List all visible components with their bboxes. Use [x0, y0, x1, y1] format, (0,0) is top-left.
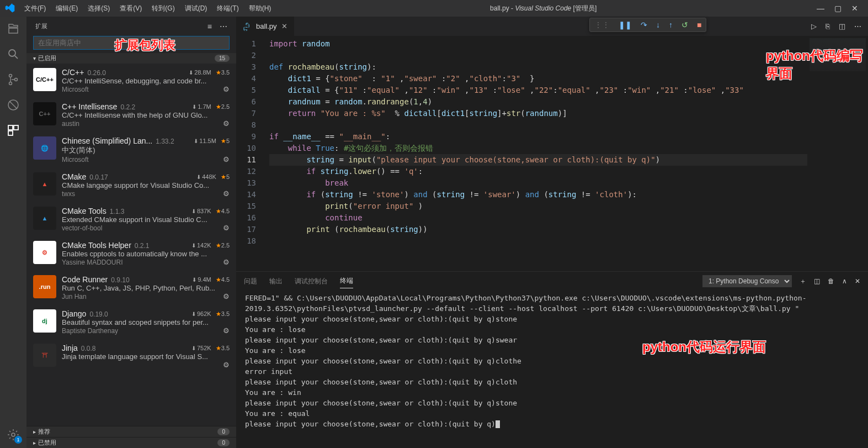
maximize-panel-button[interactable]: ∧ — [842, 277, 847, 285]
menu-item[interactable]: 终端(T) — [212, 2, 243, 15]
minimap[interactable] — [807, 36, 868, 271]
menu-bar: 文件(F)编辑(E)选择(S)查看(V)转到(G)调试(D)终端(T)帮助(H) — [20, 2, 275, 15]
extension-item[interactable]: .run Code Runner0.9.10 9.4M★4.5 Run C, C… — [26, 271, 236, 305]
menu-item[interactable]: 查看(V) — [115, 2, 146, 15]
titlebar: 文件(F)编辑(E)选择(S)查看(V)转到(G)调试(D)终端(T)帮助(H)… — [0, 0, 868, 17]
gear-icon[interactable]: ⚙ — [223, 224, 230, 232]
menu-item[interactable]: 转到(G) — [147, 2, 179, 15]
window-controls: — ▢ ✕ — [811, 4, 864, 13]
section-enabled[interactable]: ▾已启用 15 — [26, 53, 236, 64]
menu-item[interactable]: 文件(F) — [20, 2, 50, 15]
download-count: 962K — [191, 310, 211, 317]
vscode-logo — [4, 3, 15, 14]
svg-rect-6 — [14, 125, 18, 130]
rating: ★2.5 — [216, 242, 230, 249]
section-recommended[interactable]: ▸推荐 0 — [26, 426, 236, 437]
editor-more-icon[interactable]: ⋯ — [854, 22, 861, 30]
extension-icon: ⛩ — [33, 344, 56, 367]
close-button[interactable]: ✕ — [851, 4, 858, 13]
debug-stop-button[interactable]: ■ — [697, 20, 701, 29]
python-file-icon — [243, 22, 252, 31]
panel-tab[interactable]: 输出 — [269, 275, 283, 288]
extension-item[interactable]: ▲ CMake Tools1.1.3 837K★4.5 Extended CMa… — [26, 202, 236, 236]
run-icon[interactable]: ▷ — [811, 22, 817, 30]
panel-tabs: 问题输出调试控制台终端 1: Python Debug Conso ＋ ◫ 🗑 … — [236, 272, 868, 288]
filter-icon[interactable]: ≡ — [207, 22, 212, 31]
extension-publisher: Jun Han — [62, 293, 87, 301]
extensions-list: C/C++ C/C++0.26.0 28.8M★3.5 C/C++ Intell… — [26, 64, 236, 426]
menu-item[interactable]: 帮助(H) — [244, 2, 276, 15]
extension-name: C/C++0.26.0 — [62, 68, 106, 77]
rating: ★3.5 — [216, 310, 230, 318]
panel-tab[interactable]: 问题 — [244, 275, 257, 288]
split-right-icon[interactable]: ⎘ — [826, 22, 830, 30]
debug-restart-button[interactable]: ↺ — [681, 20, 688, 29]
download-count: 752K — [191, 345, 211, 351]
code-editor[interactable]: 123456789101112131415161718 import rando… — [236, 36, 868, 271]
explorer-icon[interactable] — [6, 21, 21, 36]
maximize-button[interactable]: ▢ — [834, 4, 842, 13]
extension-name: CMake Tools Helper0.2.1 — [62, 241, 150, 250]
debug-pause-button[interactable]: ❚❚ — [619, 20, 632, 29]
gear-icon[interactable]: ⚙ — [223, 119, 230, 128]
extension-description: Enables cpptools to automatically know t… — [62, 250, 230, 258]
extension-icon: C/C++ — [33, 68, 56, 91]
debug-step-over-button[interactable]: ↷ — [641, 20, 647, 29]
tab-close-icon[interactable]: ✕ — [281, 22, 287, 30]
terminal-output[interactable]: FERED=1" && C:\Users\DUODUO\AppData\Loca… — [236, 288, 868, 448]
rating: ★4.5 — [216, 276, 230, 283]
extension-name: Code Runner0.9.10 — [62, 275, 130, 284]
extension-item[interactable]: 🌐 Chinese (Simplified) Lan...1.33.2 11.5… — [26, 132, 236, 168]
code-content[interactable]: import random def rochambeau(string): di… — [264, 36, 807, 271]
close-panel-button[interactable]: ✕ — [855, 277, 860, 285]
terminal-selector[interactable]: 1: Python Debug Conso — [702, 275, 792, 287]
extension-publisher: twxs — [62, 190, 75, 198]
extension-icon: dj — [33, 309, 56, 333]
new-terminal-button[interactable]: ＋ — [800, 277, 806, 286]
gear-icon[interactable]: ⚙ — [223, 189, 230, 198]
settings-icon[interactable]: 1 — [6, 427, 21, 442]
gear-icon[interactable]: ⚙ — [223, 361, 230, 369]
split-editor-icon[interactable]: ◫ — [839, 22, 845, 30]
gear-icon[interactable]: ⚙ — [223, 292, 230, 301]
download-count: 1.7M — [192, 103, 211, 110]
extension-description: Beautiful syntax and scoped snippets for… — [62, 318, 230, 326]
panel-tab[interactable]: 终端 — [340, 274, 353, 288]
disabled-count-badge: 0 — [217, 439, 230, 446]
panel-tab[interactable]: 调试控制台 — [295, 275, 328, 288]
tab-ball-py[interactable]: ball.py ✕ — [236, 17, 294, 36]
download-count: 448K — [196, 173, 216, 180]
extension-item[interactable]: ⛩ Jinja0.0.8 752K★3.5 Jinja template lan… — [26, 339, 236, 373]
section-disabled[interactable]: ▸已禁用 0 — [26, 437, 236, 448]
minimize-button[interactable]: — — [817, 4, 824, 13]
menu-item[interactable]: 调试(D) — [180, 2, 212, 15]
debug-step-into-button[interactable]: ↓ — [656, 20, 660, 29]
extensions-search-input[interactable] — [33, 36, 230, 50]
extension-item[interactable]: ▲ CMake0.0.17 448K★5 CMake langage suppo… — [26, 168, 236, 202]
debug-grip-icon[interactable]: ⋮⋮ — [594, 20, 610, 29]
debug-icon[interactable] — [6, 97, 21, 113]
gear-icon[interactable]: ⚙ — [223, 85, 230, 93]
gear-icon[interactable]: ⚙ — [223, 326, 230, 335]
extension-description: C/C++ Intellisense with the help of GNU … — [62, 111, 230, 119]
rating: ★4.5 — [216, 208, 230, 215]
search-icon[interactable] — [6, 46, 21, 62]
svg-point-8 — [12, 433, 15, 436]
extension-item[interactable]: C/C++ C/C++0.26.0 28.8M★3.5 C/C++ Intell… — [26, 64, 236, 98]
split-terminal-button[interactable]: ◫ — [814, 277, 820, 285]
extension-description: 中文(简体) — [62, 145, 230, 155]
rating: ★2.5 — [216, 103, 230, 110]
menu-item[interactable]: 编辑(E) — [51, 2, 82, 15]
extension-item[interactable]: ⚙ CMake Tools Helper0.2.1 142K★2.5 Enabl… — [26, 236, 236, 271]
menu-item[interactable]: 选择(S) — [83, 2, 114, 15]
download-count: 142K — [191, 242, 211, 249]
more-icon[interactable]: ⋯ — [220, 22, 227, 31]
extension-item[interactable]: dj Django0.19.0 962K★3.5 Beautiful synta… — [26, 305, 236, 339]
extension-item[interactable]: C++ C++ Intellisense0.2.2 1.7M★2.5 C/C++… — [26, 98, 236, 132]
kill-terminal-button[interactable]: 🗑 — [828, 277, 834, 285]
source-control-icon[interactable] — [6, 72, 21, 87]
gear-icon[interactable]: ⚙ — [223, 155, 230, 164]
gear-icon[interactable]: ⚙ — [223, 258, 230, 266]
extensions-icon[interactable] — [6, 123, 21, 138]
debug-step-out-button[interactable]: ↑ — [669, 20, 673, 29]
